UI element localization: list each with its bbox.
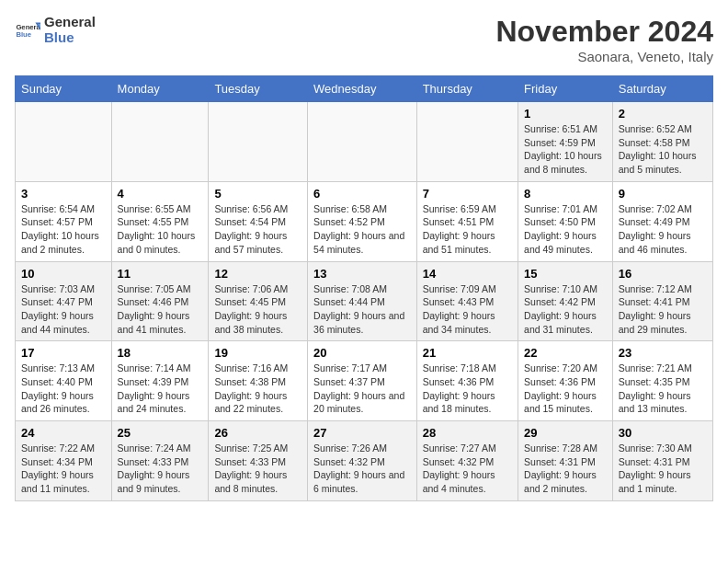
- day-number: 18: [118, 346, 203, 360]
- logo-general-text: General: [44, 15, 96, 30]
- logo-icon: General Blue: [15, 17, 40, 43]
- day-info: Sunrise: 7:02 AM Sunset: 4:49 PM Dayligh…: [619, 202, 707, 257]
- calendar-week-row: 24Sunrise: 7:22 AM Sunset: 4:34 PM Dayli…: [16, 421, 713, 501]
- title-section: November 2024 Saonara, Veneto, Italy: [495, 15, 713, 64]
- logo-blue-text: Blue: [44, 30, 96, 46]
- calendar-body: 1Sunrise: 6:51 AM Sunset: 4:59 PM Daylig…: [16, 102, 713, 501]
- day-number: 17: [21, 346, 106, 360]
- weekday-header: Monday: [111, 76, 209, 102]
- day-info: Sunrise: 7:14 AM Sunset: 4:39 PM Dayligh…: [118, 362, 203, 416]
- weekday-header: Thursday: [416, 76, 518, 102]
- day-number: 19: [214, 346, 301, 360]
- day-number: 15: [524, 267, 607, 281]
- calendar-cell: 13Sunrise: 7:08 AM Sunset: 4:44 PM Dayli…: [308, 261, 417, 341]
- day-info: Sunrise: 6:54 AM Sunset: 4:57 PM Dayligh…: [21, 202, 106, 257]
- calendar-cell: 4Sunrise: 6:55 AM Sunset: 4:55 PM Daylig…: [111, 181, 209, 261]
- day-info: Sunrise: 7:30 AM Sunset: 4:31 PM Dayligh…: [619, 442, 707, 496]
- day-info: Sunrise: 7:28 AM Sunset: 4:31 PM Dayligh…: [524, 442, 607, 496]
- calendar-cell: [209, 102, 308, 182]
- calendar-cell: 17Sunrise: 7:13 AM Sunset: 4:40 PM Dayli…: [16, 341, 112, 421]
- day-info: Sunrise: 7:24 AM Sunset: 4:33 PM Dayligh…: [118, 442, 203, 496]
- calendar-week-row: 17Sunrise: 7:13 AM Sunset: 4:40 PM Dayli…: [16, 341, 713, 421]
- day-number: 25: [118, 426, 203, 440]
- calendar-cell: 6Sunrise: 6:58 AM Sunset: 4:52 PM Daylig…: [308, 181, 417, 261]
- day-number: 21: [423, 346, 512, 360]
- calendar-cell: 9Sunrise: 7:02 AM Sunset: 4:49 PM Daylig…: [612, 181, 712, 261]
- page-header: General Blue General Blue November 2024 …: [15, 15, 713, 64]
- calendar-week-row: 3Sunrise: 6:54 AM Sunset: 4:57 PM Daylig…: [16, 181, 713, 261]
- day-number: 9: [619, 187, 707, 201]
- day-number: 7: [423, 187, 512, 201]
- calendar-cell: 11Sunrise: 7:05 AM Sunset: 4:46 PM Dayli…: [111, 261, 209, 341]
- day-info: Sunrise: 7:18 AM Sunset: 4:36 PM Dayligh…: [423, 362, 512, 416]
- calendar-cell: 28Sunrise: 7:27 AM Sunset: 4:32 PM Dayli…: [416, 421, 518, 501]
- day-info: Sunrise: 7:13 AM Sunset: 4:40 PM Dayligh…: [21, 362, 106, 416]
- calendar-cell: 22Sunrise: 7:20 AM Sunset: 4:36 PM Dayli…: [518, 341, 613, 421]
- day-info: Sunrise: 6:59 AM Sunset: 4:51 PM Dayligh…: [423, 202, 512, 257]
- main-title: November 2024: [495, 15, 713, 49]
- day-info: Sunrise: 7:21 AM Sunset: 4:35 PM Dayligh…: [619, 362, 707, 416]
- calendar-cell: 21Sunrise: 7:18 AM Sunset: 4:36 PM Dayli…: [416, 341, 518, 421]
- calendar-cell: 16Sunrise: 7:12 AM Sunset: 4:41 PM Dayli…: [612, 261, 712, 341]
- calendar-cell: 3Sunrise: 6:54 AM Sunset: 4:57 PM Daylig…: [16, 181, 112, 261]
- day-info: Sunrise: 7:22 AM Sunset: 4:34 PM Dayligh…: [21, 442, 106, 496]
- day-info: Sunrise: 7:26 AM Sunset: 4:32 PM Dayligh…: [313, 442, 411, 496]
- calendar-table: SundayMondayTuesdayWednesdayThursdayFrid…: [15, 75, 713, 501]
- day-number: 16: [619, 267, 707, 281]
- day-number: 20: [313, 346, 411, 360]
- day-info: Sunrise: 7:01 AM Sunset: 4:50 PM Dayligh…: [524, 202, 607, 257]
- day-info: Sunrise: 7:09 AM Sunset: 4:43 PM Dayligh…: [423, 282, 512, 337]
- header-row: SundayMondayTuesdayWednesdayThursdayFrid…: [16, 76, 713, 102]
- day-info: Sunrise: 7:20 AM Sunset: 4:36 PM Dayligh…: [524, 362, 607, 416]
- calendar-cell: 26Sunrise: 7:25 AM Sunset: 4:33 PM Dayli…: [209, 421, 308, 501]
- calendar-header: SundayMondayTuesdayWednesdayThursdayFrid…: [16, 76, 713, 102]
- day-number: 11: [118, 267, 203, 281]
- calendar-cell: 8Sunrise: 7:01 AM Sunset: 4:50 PM Daylig…: [518, 181, 613, 261]
- calendar-cell: 1Sunrise: 6:51 AM Sunset: 4:59 PM Daylig…: [518, 102, 613, 182]
- weekday-header: Wednesday: [308, 76, 417, 102]
- calendar-cell: 27Sunrise: 7:26 AM Sunset: 4:32 PM Dayli…: [308, 421, 417, 501]
- calendar-cell: 30Sunrise: 7:30 AM Sunset: 4:31 PM Dayli…: [612, 421, 712, 501]
- calendar-cell: 7Sunrise: 6:59 AM Sunset: 4:51 PM Daylig…: [416, 181, 518, 261]
- weekday-header: Sunday: [16, 76, 112, 102]
- logo: General Blue General Blue: [15, 15, 96, 45]
- day-number: 1: [524, 107, 607, 121]
- day-info: Sunrise: 6:56 AM Sunset: 4:54 PM Dayligh…: [214, 202, 301, 257]
- day-number: 2: [619, 107, 707, 121]
- calendar-cell: 25Sunrise: 7:24 AM Sunset: 4:33 PM Dayli…: [111, 421, 209, 501]
- day-info: Sunrise: 7:27 AM Sunset: 4:32 PM Dayligh…: [423, 442, 512, 496]
- day-info: Sunrise: 7:17 AM Sunset: 4:37 PM Dayligh…: [313, 362, 411, 416]
- calendar-cell: 20Sunrise: 7:17 AM Sunset: 4:37 PM Dayli…: [308, 341, 417, 421]
- day-number: 3: [21, 187, 106, 201]
- day-info: Sunrise: 7:25 AM Sunset: 4:33 PM Dayligh…: [214, 442, 301, 496]
- day-number: 26: [214, 426, 301, 440]
- day-info: Sunrise: 7:16 AM Sunset: 4:38 PM Dayligh…: [214, 362, 301, 416]
- calendar-week-row: 10Sunrise: 7:03 AM Sunset: 4:47 PM Dayli…: [16, 261, 713, 341]
- day-info: Sunrise: 6:52 AM Sunset: 4:58 PM Dayligh…: [619, 122, 707, 177]
- day-number: 6: [313, 187, 411, 201]
- calendar-cell: [16, 102, 112, 182]
- day-info: Sunrise: 7:06 AM Sunset: 4:45 PM Dayligh…: [214, 282, 301, 337]
- day-info: Sunrise: 7:12 AM Sunset: 4:41 PM Dayligh…: [619, 282, 707, 337]
- calendar-cell: 24Sunrise: 7:22 AM Sunset: 4:34 PM Dayli…: [16, 421, 112, 501]
- day-number: 4: [118, 187, 203, 201]
- day-number: 12: [214, 267, 301, 281]
- day-number: 29: [524, 426, 607, 440]
- calendar-cell: 10Sunrise: 7:03 AM Sunset: 4:47 PM Dayli…: [16, 261, 112, 341]
- day-number: 13: [313, 267, 411, 281]
- day-number: 30: [619, 426, 707, 440]
- calendar-cell: 29Sunrise: 7:28 AM Sunset: 4:31 PM Dayli…: [518, 421, 613, 501]
- calendar-cell: [308, 102, 417, 182]
- weekday-header: Saturday: [612, 76, 712, 102]
- day-number: 27: [313, 426, 411, 440]
- calendar-cell: 2Sunrise: 6:52 AM Sunset: 4:58 PM Daylig…: [612, 102, 712, 182]
- calendar-cell: 18Sunrise: 7:14 AM Sunset: 4:39 PM Dayli…: [111, 341, 209, 421]
- calendar-cell: 12Sunrise: 7:06 AM Sunset: 4:45 PM Dayli…: [209, 261, 308, 341]
- day-info: Sunrise: 7:10 AM Sunset: 4:42 PM Dayligh…: [524, 282, 607, 337]
- day-number: 23: [619, 346, 707, 360]
- calendar-cell: [416, 102, 518, 182]
- calendar-cell: [111, 102, 209, 182]
- subtitle: Saonara, Veneto, Italy: [495, 49, 713, 64]
- weekday-header: Friday: [518, 76, 613, 102]
- day-info: Sunrise: 6:51 AM Sunset: 4:59 PM Dayligh…: [524, 122, 607, 177]
